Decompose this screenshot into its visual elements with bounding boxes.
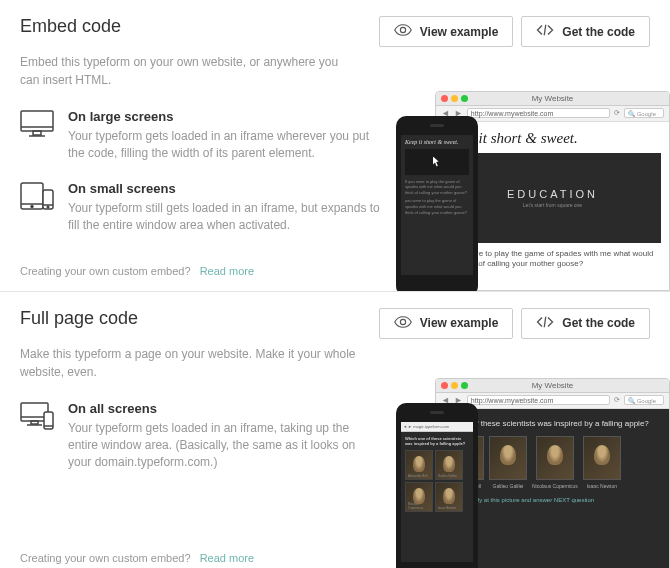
svg-point-7 (31, 205, 33, 207)
search-input: 🔍 Google (624, 108, 664, 118)
search-input: 🔍 Google (624, 395, 664, 405)
read-more-link[interactable]: Read more (200, 265, 254, 277)
section-header: Embed code View example Get the code (20, 16, 650, 47)
custom-embed-text: Creating your own custom embed? (20, 265, 191, 277)
feature-all-screens: On all screens Your typeform gets loaded… (20, 401, 380, 472)
get-code-button[interactable]: Get the code (521, 308, 650, 339)
feature-text: On large screens Your typeform gets load… (68, 109, 380, 163)
phone-speaker-icon (430, 411, 444, 414)
get-code-label: Get the code (562, 316, 635, 330)
section-description: Make this typeform a page on your websit… (20, 345, 360, 381)
reload-icon: ⟳ (614, 396, 620, 404)
mini-chalkboard (405, 149, 469, 175)
svg-point-11 (400, 319, 405, 324)
section-description: Embed this typeform on your own website,… (20, 53, 360, 89)
section-buttons: View example Get the code (379, 308, 650, 339)
custom-embed-text: Creating your own custom embed? (20, 552, 191, 564)
feature-heading: On small screens (68, 181, 380, 196)
address-input: http://www.mywebsite.com (467, 395, 610, 405)
svg-point-10 (47, 206, 49, 208)
desktop-icon (20, 109, 54, 139)
scientist-option: Isaac Newton (583, 436, 621, 489)
scientist-option: Nicolaus Copernicus (532, 436, 578, 489)
phone-question-2: you were to play the game of spades with… (405, 198, 469, 215)
cursor-icon (433, 157, 441, 167)
phone-question-1: If you were to play the game of spades w… (405, 179, 469, 196)
browser-titlebar: My Website (436, 92, 669, 106)
phone-heading: Keep it short & sweet. (405, 139, 469, 145)
feature-description: Your typeform still gets loaded in an if… (68, 200, 380, 235)
svg-rect-14 (31, 421, 38, 424)
devices-icon (20, 401, 54, 431)
board-title: EDUCATION (507, 188, 598, 200)
code-icon (536, 24, 554, 39)
address-input: http://www.mywebsite.com (467, 108, 610, 118)
mini-scientist: Isaac Newton (435, 482, 463, 512)
view-example-button[interactable]: View example (379, 16, 514, 47)
feature-small-screens: On small screens Your typeform still get… (20, 181, 380, 235)
phone-mockup: Keep it short & sweet. If you were to pl… (396, 116, 478, 291)
browser-titlebar: My Website (436, 379, 669, 393)
portrait-image (489, 436, 527, 480)
portrait-image (536, 436, 574, 480)
mini-scientists-grid: Alexander Bell Galileo Galilei Nicolaus … (405, 450, 469, 512)
code-icon (536, 316, 554, 331)
read-more-link[interactable]: Read more (200, 552, 254, 564)
feature-description: Your typeform gets loaded in an iframe w… (68, 128, 380, 163)
fullpage-preview: My Website ◄ ► http://www.mywebsite.com … (396, 378, 670, 568)
embed-code-section: Embed code View example Get the code Emb… (0, 0, 670, 292)
phone-address-bar: ◄ ► magic.typeform.com (401, 422, 473, 432)
board-subtitle: Let's start from square one (523, 202, 582, 208)
traffic-lights-icon (441, 95, 468, 102)
phone-question: Which one of these scientists was inspir… (405, 436, 469, 447)
traffic-lights-icon (441, 382, 468, 389)
phone-speaker-icon (430, 124, 444, 127)
phone-screen: ◄ ► magic.typeform.com Which one of thes… (401, 422, 473, 562)
feature-text: On small screens Your typeform still get… (68, 181, 380, 235)
get-code-button[interactable]: Get the code (521, 16, 650, 47)
phone-mockup: ◄ ► magic.typeform.com Which one of thes… (396, 403, 478, 568)
reload-icon: ⟳ (614, 109, 620, 117)
scientist-option: Galileo Galilei (489, 436, 527, 489)
scientist-name: Nicolaus Copernicus (532, 483, 578, 489)
phone-screen: Keep it short & sweet. If you were to pl… (401, 135, 473, 275)
mini-scientist: Nicolaus Copernicus (405, 482, 433, 512)
section-header: Full page code View example Get the code (20, 308, 650, 339)
view-example-label: View example (420, 316, 499, 330)
feature-description: Your typeform gets loaded in an iframe, … (68, 420, 380, 472)
section-title: Embed code (20, 16, 121, 37)
svg-rect-1 (21, 111, 53, 131)
view-example-button[interactable]: View example (379, 308, 514, 339)
eye-icon (394, 316, 412, 331)
eye-icon (394, 24, 412, 39)
scientist-name: Galileo Galilei (493, 483, 524, 489)
feature-large-screens: On large screens Your typeform gets load… (20, 109, 380, 163)
embed-preview: My Website ◄ ► http://www.mywebsite.com … (396, 91, 670, 291)
tablet-mobile-icon (20, 181, 54, 211)
browser-title: My Website (532, 381, 574, 390)
phone-content: Which one of these scientists was inspir… (401, 432, 473, 562)
view-example-label: View example (420, 25, 499, 39)
get-code-label: Get the code (562, 25, 635, 39)
portrait-image (583, 436, 621, 480)
fullpage-code-section: Full page code View example Get the code… (0, 292, 670, 568)
browser-title: My Website (532, 94, 574, 103)
section-buttons: View example Get the code (379, 16, 650, 47)
feature-text: On all screens Your typeform gets loaded… (68, 401, 380, 472)
mini-scientist: Alexander Bell (405, 450, 433, 480)
feature-heading: On all screens (68, 401, 380, 416)
scientist-name: Isaac Newton (587, 483, 617, 489)
svg-point-0 (400, 27, 405, 32)
feature-heading: On large screens (68, 109, 380, 124)
mini-scientist: Galileo Galilei (435, 450, 463, 480)
section-title: Full page code (20, 308, 138, 329)
svg-rect-3 (33, 131, 41, 135)
